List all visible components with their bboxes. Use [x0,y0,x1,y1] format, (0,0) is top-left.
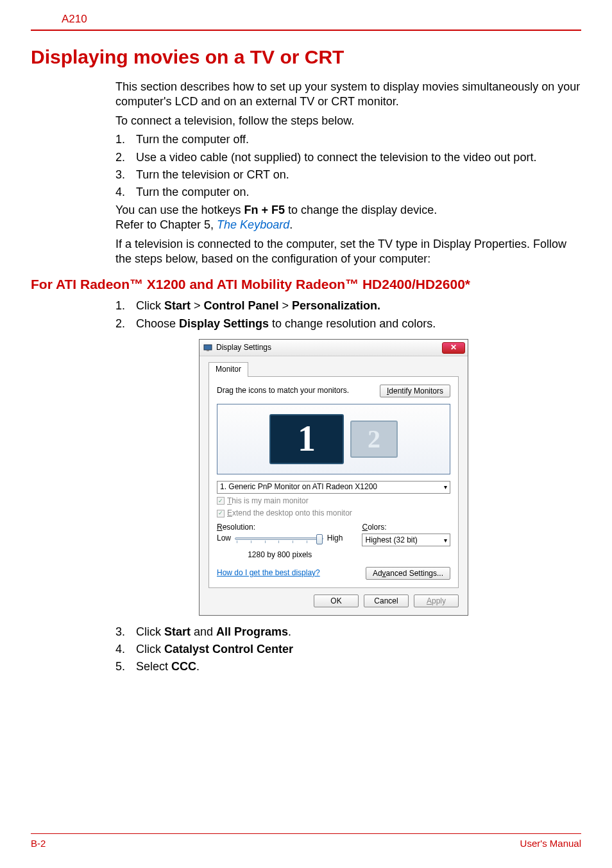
checkbox-main-monitor[interactable]: ✓ [217,497,225,505]
main-monitor-checkbox-row: ✓ This is my main monitor [217,496,450,507]
model-label: A210 [31,13,87,25]
text-fragment: > [191,299,204,312]
bold-text: All Programs [216,625,288,638]
dialog-screenshot: Display Settings ✕ Monitor Drag the icon… [199,339,581,616]
step-text: Turn the computer on. [136,186,249,198]
apply-button[interactable]: Apply [414,595,459,607]
extend-desktop-checkbox-row: ✓ Extend the desktop onto this monitor [217,508,450,519]
text-fragment: to change resolution and colors. [269,317,436,330]
text-fragment: to change the display device. [285,204,437,216]
dialog-body: Monitor Drag the icons to match your mon… [200,356,468,615]
list-item: 3.Turn the television or CRT on. [115,168,581,182]
tab-monitor[interactable]: Monitor [208,362,248,377]
steps-list-b: 1. Click Start > Control Panel > Persona… [115,299,581,331]
close-button[interactable]: ✕ [442,342,465,354]
hotkeys-line: You can use the hotkeys Fn + F5 to chang… [115,203,581,233]
drag-instruction: Drag the icons to match your monitors. [217,386,349,396]
section-title: Displaying movies on a TV or CRT [31,46,581,68]
resolution-value: 1280 by 800 pixels [217,550,343,560]
colors-value: Highest (32 bit) [365,535,417,546]
hotkey-combo: Fn + F5 [244,204,285,216]
step-text: Use a video cable (not supplied) to conn… [136,151,536,164]
bold-text: Display Settings [179,317,269,330]
text-fragment: Click [136,643,164,655]
colors-dropdown[interactable]: Highest (32 bit) ▾ [362,534,450,546]
display-settings-dialog: Display Settings ✕ Monitor Drag the icon… [199,339,468,616]
connect-intro: To connect a television, follow the step… [115,114,581,128]
keyboard-chapter-link[interactable]: The Keyboard [217,218,289,231]
list-item: 4.Turn the computer on. [115,185,581,200]
text-fragment: Click [136,299,164,312]
text-fragment: You can use the hotkeys [115,204,244,216]
monitor-icon [203,343,212,352]
dialog-buttons: OK Cancel Apply [208,588,459,609]
subsection-title: For ATI Radeon™ X1200 and ATI Mobility R… [31,277,581,292]
bold-text: Catalyst Control Center [164,643,293,655]
text-fragment: Select [136,660,171,673]
text-fragment: Refer to Chapter 5, [115,218,217,231]
bold-text: Start [164,625,191,638]
colors-column: Colors: Highest (32 bit) ▾ [362,523,450,560]
page-header: A210 [31,0,581,31]
step-text: Turn the television or CRT on. [136,168,289,181]
page-footer: B-2 User's Manual [31,833,581,849]
advanced-settings-button[interactable]: Advanced Settings... [366,567,450,580]
list-item: 4. Click Catalyst Control Center [115,642,581,657]
page-number: B-2 [31,838,46,849]
monitor-arrangement-area[interactable]: 1 2 [217,404,450,474]
svg-rect-0 [204,345,212,350]
svg-rect-1 [207,350,209,351]
step-text: Turn the computer off. [136,133,249,146]
bold-text: Personalization. [292,299,380,312]
slider-high-label: High [327,534,343,544]
text-fragment: . [288,625,291,638]
checkbox-extend-desktop[interactable]: ✓ [217,510,225,517]
list-item: 3. Click Start and All Programs. [115,625,581,639]
monitor-select-dropdown[interactable]: 1. Generic PnP Monitor on ATI Radeon X12… [217,481,450,494]
monitor-1-icon[interactable]: 1 [269,414,344,464]
footer-label: User's Manual [520,838,581,849]
text-fragment: . [196,660,200,673]
resolution-column: Resolution: Low High 1280 by 800 pixels [217,523,343,560]
text-fragment: Click [136,625,164,638]
dialog-titlebar: Display Settings ✕ [200,340,468,356]
steps-list-a: 1.Turn the computer off. 2.Use a video c… [115,132,581,200]
list-item: 5. Select CCC. [115,659,581,674]
help-link[interactable]: How do I get the best display? [217,568,320,578]
slider-low-label: Low [217,534,231,544]
bold-text: Control Panel [204,299,279,312]
list-item: 1.Turn the computer off. [115,132,581,147]
chevron-down-icon: ▾ [444,483,447,491]
intro-paragraph: This section describes how to set up you… [115,80,581,110]
dialog-title: Display Settings [216,343,442,353]
monitor-2-icon[interactable]: 2 [350,421,398,458]
text-fragment: Choose [136,317,179,330]
text-fragment: and [191,625,216,638]
tvtype-paragraph: If a television is connected to the comp… [115,237,581,267]
list-item: 2.Use a video cable (not supplied) to co… [115,150,581,165]
steps-list-c: 3. Click Start and All Programs. 4. Clic… [115,625,581,675]
list-item: 1. Click Start > Control Panel > Persona… [115,299,581,313]
main-content: This section describes how to set up you… [115,80,581,266]
bold-text: Start [164,299,191,312]
dropdown-value: 1. Generic PnP Monitor on ATI Radeon X12… [220,482,377,492]
monitor-panel: Drag the icons to match your monitors. I… [208,376,459,588]
list-item: 2. Choose Display Settings to change res… [115,317,581,331]
text-fragment: > [279,299,293,312]
bold-text: CCC [171,660,196,673]
identify-monitors-button[interactable]: Identify Monitors [380,385,450,397]
close-icon: ✕ [450,343,457,353]
text-fragment: . [289,218,293,231]
chevron-down-icon: ▾ [444,536,447,544]
resolution-slider[interactable] [235,537,323,540]
ok-button[interactable]: OK [314,595,359,607]
subsection-content: 1. Click Start > Control Panel > Persona… [115,299,581,675]
cancel-button[interactable]: Cancel [364,595,409,607]
slider-thumb[interactable] [316,534,323,544]
